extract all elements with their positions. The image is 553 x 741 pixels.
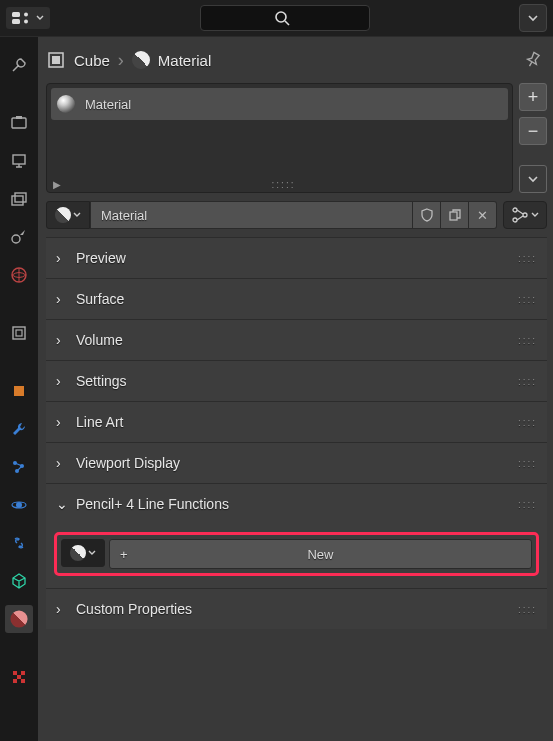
node-tree-browse[interactable] bbox=[503, 201, 547, 229]
svg-rect-13 bbox=[13, 327, 25, 339]
svg-point-4 bbox=[276, 12, 286, 22]
svg-rect-15 bbox=[14, 386, 24, 396]
tab-tool[interactable] bbox=[5, 51, 33, 79]
new-material-copy-button[interactable] bbox=[441, 201, 469, 229]
mesh-icon bbox=[10, 572, 28, 590]
panel-volume-label: Volume bbox=[76, 332, 123, 348]
slot-specials-dropdown[interactable] bbox=[519, 165, 547, 193]
svg-point-11 bbox=[12, 235, 20, 243]
tab-world[interactable] bbox=[5, 261, 33, 289]
unlink-material-button[interactable]: ✕ bbox=[469, 201, 497, 229]
fake-user-button[interactable] bbox=[413, 201, 441, 229]
panel-surface-header[interactable]: › Surface :::: bbox=[46, 279, 547, 319]
svg-rect-8 bbox=[13, 155, 25, 164]
chevron-right-icon: › bbox=[56, 455, 66, 471]
material-datablock-browse[interactable] bbox=[46, 201, 90, 229]
properties-icon bbox=[12, 11, 32, 25]
svg-point-29 bbox=[513, 208, 517, 212]
tab-viewlayer[interactable] bbox=[5, 185, 33, 213]
svg-rect-22 bbox=[21, 671, 25, 675]
particles-icon bbox=[10, 458, 28, 476]
property-tab-strip bbox=[0, 37, 38, 741]
search-input[interactable] bbox=[200, 5, 370, 31]
tab-data[interactable] bbox=[5, 567, 33, 595]
constraints-icon bbox=[10, 534, 28, 552]
svg-rect-6 bbox=[12, 118, 26, 128]
tab-particles[interactable] bbox=[5, 453, 33, 481]
svg-point-2 bbox=[24, 13, 28, 17]
breadcrumb-material[interactable]: Material bbox=[132, 51, 211, 69]
svg-rect-7 bbox=[16, 116, 22, 119]
drag-handle-icon[interactable]: :::: bbox=[518, 417, 537, 428]
material-slot-list[interactable]: Material ▶ ::::: bbox=[46, 83, 513, 193]
panel-volume-header[interactable]: › Volume :::: bbox=[46, 320, 547, 360]
world-icon bbox=[10, 266, 28, 284]
chevron-down-icon bbox=[528, 13, 538, 23]
tab-collection[interactable] bbox=[5, 319, 33, 347]
pin-button[interactable] bbox=[519, 46, 547, 74]
breadcrumb-object[interactable]: Cube bbox=[46, 50, 110, 70]
tab-object[interactable] bbox=[5, 377, 33, 405]
panel-pencil-header[interactable]: ⌄ Pencil+ 4 Line Functions :::: bbox=[46, 484, 547, 524]
panel-pencil-label: Pencil+ 4 Line Functions bbox=[76, 496, 229, 512]
material-name-input[interactable]: Material bbox=[90, 201, 413, 229]
pencil-line-browse[interactable] bbox=[61, 539, 105, 567]
chevron-down-icon bbox=[88, 549, 96, 557]
svg-point-30 bbox=[513, 218, 517, 222]
panel-settings-header[interactable]: › Settings :::: bbox=[46, 361, 547, 401]
tab-scene[interactable] bbox=[5, 223, 33, 251]
tab-material[interactable] bbox=[5, 605, 33, 633]
drag-handle-icon[interactable]: ::::: bbox=[272, 179, 296, 190]
drag-handle-icon[interactable]: :::: bbox=[518, 604, 537, 615]
plus-icon: + bbox=[120, 547, 128, 562]
pin-icon bbox=[524, 51, 542, 69]
options-dropdown[interactable] bbox=[519, 4, 547, 32]
tab-modifiers[interactable] bbox=[5, 415, 33, 443]
pencil-new-highlight: + New bbox=[54, 532, 539, 576]
scene-icon bbox=[10, 228, 28, 246]
chevron-down-icon bbox=[73, 211, 81, 219]
panel-viewport-label: Viewport Display bbox=[76, 455, 180, 471]
material-icon bbox=[52, 204, 75, 227]
drag-handle-icon[interactable]: :::: bbox=[518, 458, 537, 469]
viewlayer-icon bbox=[10, 190, 28, 208]
expand-list-icon[interactable]: ▶ bbox=[53, 179, 61, 190]
pencil-new-label: New bbox=[307, 547, 333, 562]
chevron-right-icon: › bbox=[56, 373, 66, 389]
svg-rect-25 bbox=[21, 679, 25, 683]
panel-surface-label: Surface bbox=[76, 291, 124, 307]
panel-custom-header[interactable]: › Custom Properties :::: bbox=[46, 589, 547, 629]
collection-icon bbox=[10, 324, 28, 342]
pencil-new-button[interactable]: + New bbox=[109, 539, 532, 569]
tab-constraints[interactable] bbox=[5, 529, 33, 557]
svg-rect-23 bbox=[17, 675, 21, 679]
tab-physics[interactable] bbox=[5, 491, 33, 519]
material-icon bbox=[67, 542, 90, 565]
panel-viewport-header[interactable]: › Viewport Display :::: bbox=[46, 443, 547, 483]
breadcrumb-object-label: Cube bbox=[74, 52, 110, 69]
material-preview-icon bbox=[57, 95, 75, 113]
material-slot-item[interactable]: Material bbox=[51, 88, 508, 120]
add-slot-button[interactable]: + bbox=[519, 83, 547, 111]
breadcrumb: Cube › Material bbox=[46, 37, 547, 83]
drag-handle-icon[interactable]: :::: bbox=[518, 376, 537, 387]
minus-icon: − bbox=[528, 122, 539, 140]
chevron-right-icon: › bbox=[56, 601, 66, 617]
chevron-down-icon bbox=[531, 211, 539, 219]
texture-icon bbox=[10, 668, 28, 686]
drag-handle-icon[interactable]: :::: bbox=[518, 335, 537, 346]
tab-texture[interactable] bbox=[5, 663, 33, 691]
chevron-down-icon bbox=[36, 14, 44, 22]
tab-render[interactable] bbox=[5, 109, 33, 137]
remove-slot-button[interactable]: − bbox=[519, 117, 547, 145]
drag-handle-icon[interactable]: :::: bbox=[518, 294, 537, 305]
tab-output[interactable] bbox=[5, 147, 33, 175]
drag-handle-icon[interactable]: :::: bbox=[518, 253, 537, 264]
panel-preview-label: Preview bbox=[76, 250, 126, 266]
search-icon bbox=[274, 10, 290, 26]
output-icon bbox=[10, 152, 28, 170]
editor-type-dropdown[interactable] bbox=[6, 7, 50, 29]
drag-handle-icon[interactable]: :::: bbox=[518, 499, 537, 510]
panel-preview-header[interactable]: › Preview :::: bbox=[46, 238, 547, 278]
panel-lineart-header[interactable]: › Line Art :::: bbox=[46, 402, 547, 442]
